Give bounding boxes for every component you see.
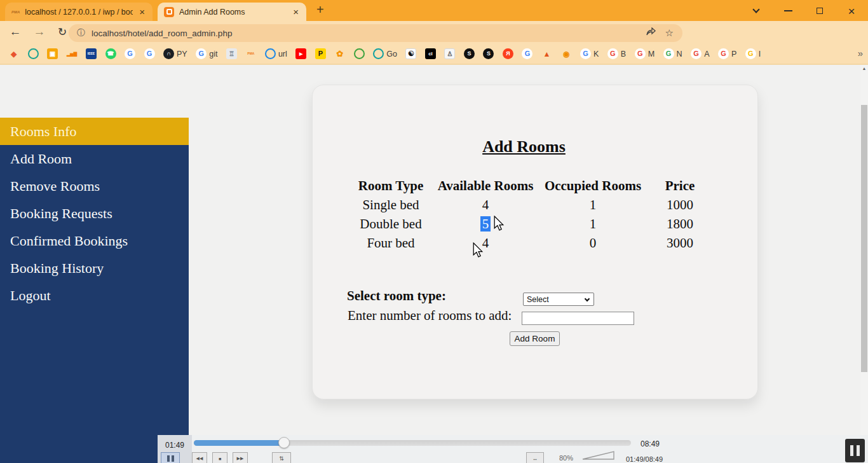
- tab-close-icon[interactable]: ×: [292, 6, 300, 17]
- bookmark-docs-orange[interactable]: ▣: [47, 48, 58, 59]
- cell-occupied: 1: [536, 214, 649, 233]
- next-button[interactable]: ▶▶: [233, 452, 248, 463]
- audio-button[interactable]: ↔: [526, 452, 544, 463]
- cell-room-type: Single bed: [347, 195, 435, 214]
- add-room-button[interactable]: Add Room: [510, 331, 560, 346]
- cell-available: 4: [435, 195, 536, 214]
- bookmark-cl-black[interactable]: cl: [425, 48, 436, 59]
- previous-button[interactable]: ◀◀: [192, 452, 207, 463]
- bookmark-figure[interactable]: ♙: [444, 48, 455, 59]
- bookmark-star-icon[interactable]: ☆: [665, 27, 674, 39]
- share-icon[interactable]: [646, 27, 656, 39]
- scrollbar-thumb[interactable]: [861, 105, 867, 372]
- bookmark-google-git[interactable]: Ggit: [196, 48, 217, 59]
- rooms-to-add-label: Enter number of rooms to add:: [348, 308, 512, 324]
- bookmark-google-2[interactable]: G: [144, 48, 155, 59]
- cell-occupied: 0: [536, 233, 649, 252]
- bookmark-ring-green[interactable]: [354, 48, 365, 59]
- godaddy-icon: [28, 48, 39, 59]
- eye-orange-icon: ◉: [560, 48, 571, 59]
- sidebar-item-booking-requests[interactable]: Booking Requests: [0, 200, 189, 227]
- step-button[interactable]: ⇅: [272, 452, 291, 463]
- sidebar-item-remove-rooms[interactable]: Remove Rooms: [0, 172, 189, 200]
- sidebar-item-add-room[interactable]: Add Room: [0, 145, 189, 172]
- bookmark-crest[interactable]: ♖: [226, 48, 237, 59]
- bookmark-google-3[interactable]: G: [522, 48, 532, 59]
- select-room-type-label: Select room type:: [347, 288, 446, 304]
- bookmarks-overflow-icon[interactable]: »: [858, 48, 863, 59]
- bookmark-github[interactable]: ∩PY: [163, 48, 187, 59]
- bookmark-godaddy-go[interactable]: Go: [373, 48, 397, 59]
- room-type-select[interactable]: Select: [523, 293, 594, 306]
- bookmark-p-yellow[interactable]: P: [315, 48, 326, 59]
- bookmark-label: Go: [386, 50, 397, 59]
- minimize-button[interactable]: [782, 4, 794, 17]
- phpmyadmin-favicon-icon: PMA: [11, 10, 20, 14]
- bookmark-phpmyadmin[interactable]: PMA: [245, 48, 256, 59]
- youtube-icon: ▶: [295, 48, 306, 59]
- bookmark-whatsapp[interactable]: ☎: [105, 48, 116, 59]
- bookmark-google-p[interactable]: GP: [718, 48, 736, 59]
- bookmark-google-1[interactable]: G: [125, 48, 135, 59]
- bookmark-url-tool[interactable]: url: [265, 48, 287, 59]
- bookmark-panda-bw[interactable]: ☯: [405, 48, 416, 59]
- crest-icon: ♖: [226, 48, 237, 59]
- page-scrollbar[interactable]: ▲: [860, 65, 868, 435]
- seek-bar-fill: [194, 440, 284, 446]
- volume-percent: 80%: [559, 454, 573, 462]
- back-button[interactable]: ←: [6, 23, 24, 41]
- bookmark-flower-orange[interactable]: ✿: [334, 48, 345, 59]
- google-m-icon: G: [635, 48, 646, 59]
- bookmark-scihub-2[interactable]: S: [483, 48, 494, 59]
- recorder-pause-button[interactable]: [845, 439, 865, 462]
- bookmark-scihub-1[interactable]: S: [464, 48, 475, 59]
- tab-close-icon[interactable]: ×: [138, 6, 146, 17]
- address-bar[interactable]: ⓘ localhost/hotel/add_room_admin.php ☆: [69, 24, 682, 42]
- bookmark-godaddy[interactable]: [28, 48, 39, 59]
- scihub-2-icon: S: [483, 48, 494, 59]
- tab-search-chevron-icon[interactable]: [750, 4, 763, 17]
- bookmark-google-n[interactable]: GN: [663, 48, 682, 59]
- sidebar-item-booking-history[interactable]: Booking History: [0, 254, 189, 282]
- bookmark-dart[interactable]: ◆: [8, 48, 19, 59]
- cell-price: 1000: [649, 195, 710, 214]
- seek-handle[interactable]: [278, 437, 290, 448]
- screen: PMA localhost / 127.0.0.1 / iwp / book ×…: [0, 0, 868, 463]
- bookmark-matlab[interactable]: ▲: [541, 48, 552, 59]
- bookmark-google-k[interactable]: GK: [580, 48, 599, 59]
- bookmark-yandex[interactable]: Я: [503, 48, 513, 59]
- bookmark-ieee[interactable]: IEEE: [86, 48, 97, 59]
- tab-admin-add-rooms[interactable]: Admin Add Rooms ×: [158, 3, 306, 21]
- scroll-up-icon[interactable]: ▲: [860, 66, 868, 71]
- bookmark-google-i[interactable]: GI: [745, 48, 761, 59]
- restore-button[interactable]: [813, 4, 826, 17]
- bookmark-youtube[interactable]: ▶: [295, 48, 306, 59]
- player-time-display: 01:49/08:49: [626, 455, 663, 463]
- bookmark-google-m[interactable]: GM: [635, 48, 654, 59]
- tab-phpmyadmin[interactable]: PMA localhost / 127.0.0.1 / iwp / book ×: [5, 3, 153, 21]
- bookmark-google-a[interactable]: GA: [691, 48, 709, 59]
- bookmark-google-b[interactable]: GB: [607, 48, 626, 59]
- github-icon: ∩: [163, 48, 174, 59]
- select-value: Select: [527, 295, 549, 304]
- url-text[interactable]: localhost/hotel/add_room_admin.php: [92, 29, 646, 38]
- google-p-icon: G: [718, 48, 729, 59]
- sidebar-item-confirmed-bookings[interactable]: Confirmed Bookings: [0, 227, 189, 254]
- bookmark-analytics[interactable]: ▂▅▇: [67, 48, 78, 59]
- site-info-icon[interactable]: ⓘ: [77, 27, 85, 39]
- new-tab-button[interactable]: +: [316, 3, 324, 17]
- rooms-to-add-input[interactable]: [522, 312, 634, 325]
- pause-button[interactable]: [161, 452, 180, 463]
- close-window-button[interactable]: ×: [845, 4, 858, 17]
- bookmark-label: M: [648, 50, 654, 59]
- sidebar-item-rooms-info[interactable]: Rooms Info: [0, 118, 189, 145]
- cell-room-type: Double bed: [347, 214, 435, 233]
- volume-cone-icon[interactable]: [582, 450, 615, 463]
- sidebar-item-logout[interactable]: Logout: [0, 282, 189, 309]
- stop-button[interactable]: ■: [212, 452, 227, 463]
- bookmark-eye-orange[interactable]: ◉: [560, 48, 571, 59]
- seek-bar[interactable]: [194, 440, 631, 446]
- forward-button[interactable]: →: [31, 23, 48, 41]
- col-available-rooms: Available Rooms: [435, 176, 536, 195]
- bookmark-label: P: [731, 50, 736, 59]
